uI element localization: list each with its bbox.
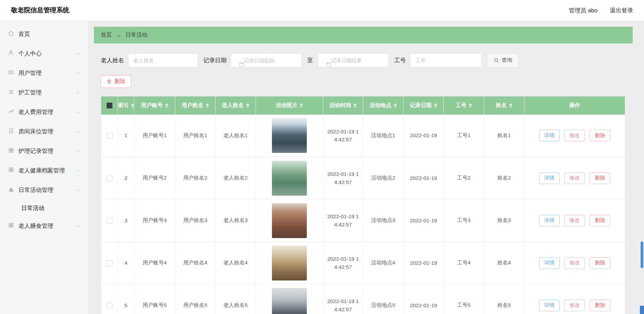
cell-name: 姓名4 xyxy=(484,242,524,284)
breadcrumb: 首页 → 日常活动 xyxy=(94,27,633,43)
chevron-down-icon xyxy=(76,71,80,75)
cell-elder-name: 老人姓名2 xyxy=(216,157,256,199)
cell-job-no: 工号5 xyxy=(444,284,484,314)
delete-row-button[interactable]: 删除 xyxy=(590,215,610,226)
table-row: 4 用户账号4 用户姓名4 老人姓名4 2022-01-19 14:42:57 … xyxy=(101,242,625,284)
grid-icon xyxy=(8,147,14,155)
chevron-down-icon xyxy=(76,52,80,56)
record-date-start-input[interactable] xyxy=(231,53,302,67)
scrollbar-thumb[interactable] xyxy=(640,306,644,314)
user-icon xyxy=(8,50,14,57)
record-date-label: 记录日期 xyxy=(203,56,227,64)
chevron-down-icon xyxy=(76,169,80,173)
sort-icon[interactable] xyxy=(131,103,134,108)
sidebar-item-user-mgmt[interactable]: 用户管理 xyxy=(0,63,88,83)
sort-icon[interactable] xyxy=(394,103,397,108)
edit-button[interactable]: 修改 xyxy=(564,215,585,226)
cell-account: 用户账号2 xyxy=(134,157,175,199)
record-date-end-input[interactable] xyxy=(318,53,389,67)
activity-photo xyxy=(272,288,307,314)
batch-delete-button[interactable]: 删除 xyxy=(101,75,131,88)
sidebar-subitem-daily-activity[interactable]: 日常活动 xyxy=(0,200,88,216)
sort-icon[interactable] xyxy=(206,103,209,108)
cell-elder-name: 老人姓名1 xyxy=(216,115,256,157)
cell-record-date: 2022-01-19 xyxy=(403,242,444,284)
date-range-to-label: 至 xyxy=(307,56,313,64)
detail-button[interactable]: 详情 xyxy=(539,300,560,311)
home-icon xyxy=(8,30,14,38)
grid-icon xyxy=(8,167,14,174)
cell-place: 活动地点3 xyxy=(363,199,403,242)
delete-row-button[interactable]: 删除 xyxy=(590,172,610,184)
sidebar-item-room-bed-mgmt[interactable]: 房间床位管理 xyxy=(0,122,88,141)
column-header-actions: 操作 xyxy=(524,96,625,115)
cell-index: 2 xyxy=(118,157,134,199)
sort-icon[interactable] xyxy=(509,103,512,108)
select-all-checkbox[interactable] xyxy=(107,103,112,108)
cell-time: 2022-01-19 14:42:57 xyxy=(323,199,363,242)
sidebar-item-daily-activity-mgmt[interactable]: 日常活动管理 xyxy=(0,180,88,200)
edit-button[interactable]: 修改 xyxy=(564,257,585,269)
sidebar-item-elder-fee-mgmt[interactable]: 老人费用管理 xyxy=(0,102,88,122)
row-checkbox[interactable] xyxy=(107,260,112,266)
column-header-name: 姓名 xyxy=(484,96,524,115)
scrollbar-thumb[interactable] xyxy=(641,241,643,268)
main-area: 首页 → 日常活动 老人姓名 记录日期 xyxy=(88,21,644,314)
sidebar-item-elder-health-mgmt[interactable]: 老人健康档案管理 xyxy=(0,161,88,180)
app-header: 敬老院信息管理系统 管理员 abo 退出登录 xyxy=(0,0,644,21)
row-checkbox[interactable] xyxy=(107,133,112,139)
cell-job-no: 工号1 xyxy=(444,115,484,157)
sidebar-item-nursing-record-mgmt[interactable]: 护理记录管理 xyxy=(0,141,88,161)
sort-icon[interactable] xyxy=(165,103,168,108)
logout-link[interactable]: 退出登录 xyxy=(610,6,633,14)
column-header-place: 活动地点 xyxy=(363,96,403,115)
detail-button[interactable]: 详情 xyxy=(539,257,560,269)
detail-button[interactable]: 详情 xyxy=(539,215,560,226)
sort-icon[interactable] xyxy=(353,103,357,108)
column-header-index: 索引 xyxy=(118,96,134,115)
vertical-scrollbar[interactable] xyxy=(640,0,644,314)
cell-index: 3 xyxy=(118,199,134,242)
activity-photo xyxy=(272,203,307,238)
cell-record-date: 2022-01-19 xyxy=(403,284,444,314)
delete-row-button[interactable]: 删除 xyxy=(590,257,610,269)
query-button[interactable]: 查询 xyxy=(487,53,519,67)
sidebar-item-elder-diet-mgmt[interactable]: 老人膳食管理 xyxy=(0,216,88,236)
sidebar-item-caregiver-mgmt[interactable]: 护工管理 xyxy=(0,83,88,102)
column-header-record-date: 记录日期 xyxy=(403,96,444,115)
breadcrumb-home[interactable]: 首页 xyxy=(101,31,112,39)
list-icon xyxy=(8,89,14,96)
grid-icon xyxy=(8,222,14,230)
cell-place: 活动地点1 xyxy=(363,115,403,157)
doc-check-icon xyxy=(8,128,14,135)
row-checkbox[interactable] xyxy=(107,303,112,309)
cell-time: 2022-01-19 14:42:57 xyxy=(323,284,363,314)
edit-button[interactable]: 修改 xyxy=(564,172,585,184)
breadcrumb-current: 日常活动 xyxy=(125,31,147,39)
delete-row-button[interactable]: 删除 xyxy=(590,300,610,311)
sidebar-item-home[interactable]: 首页 xyxy=(0,24,88,44)
detail-button[interactable]: 详情 xyxy=(539,130,560,141)
cell-time: 2022-01-19 14:42:57 xyxy=(323,115,363,157)
cell-elder-name: 老人姓名4 xyxy=(216,242,256,284)
row-checkbox[interactable] xyxy=(107,175,112,181)
sort-icon[interactable] xyxy=(300,103,303,108)
job-no-input[interactable] xyxy=(410,53,482,67)
cell-elder-name: 老人姓名5 xyxy=(216,284,256,314)
cell-index: 5 xyxy=(118,284,134,314)
elder-name-input[interactable] xyxy=(128,53,198,67)
edit-button[interactable]: 修改 xyxy=(564,130,585,141)
sort-icon[interactable] xyxy=(246,103,249,108)
sidebar-item-profile[interactable]: 个人中心 xyxy=(0,44,88,63)
row-checkbox[interactable] xyxy=(107,218,112,224)
sort-icon[interactable] xyxy=(434,103,437,108)
activity-photo xyxy=(272,118,307,153)
trash-icon xyxy=(107,79,112,84)
delete-row-button[interactable]: 删除 xyxy=(590,130,610,141)
sort-icon[interactable] xyxy=(469,103,472,108)
chevron-up-icon xyxy=(76,188,80,192)
cell-job-no: 工号4 xyxy=(444,242,484,284)
chevron-down-icon xyxy=(76,224,80,228)
edit-button[interactable]: 修改 xyxy=(564,300,585,311)
detail-button[interactable]: 详情 xyxy=(539,172,560,184)
